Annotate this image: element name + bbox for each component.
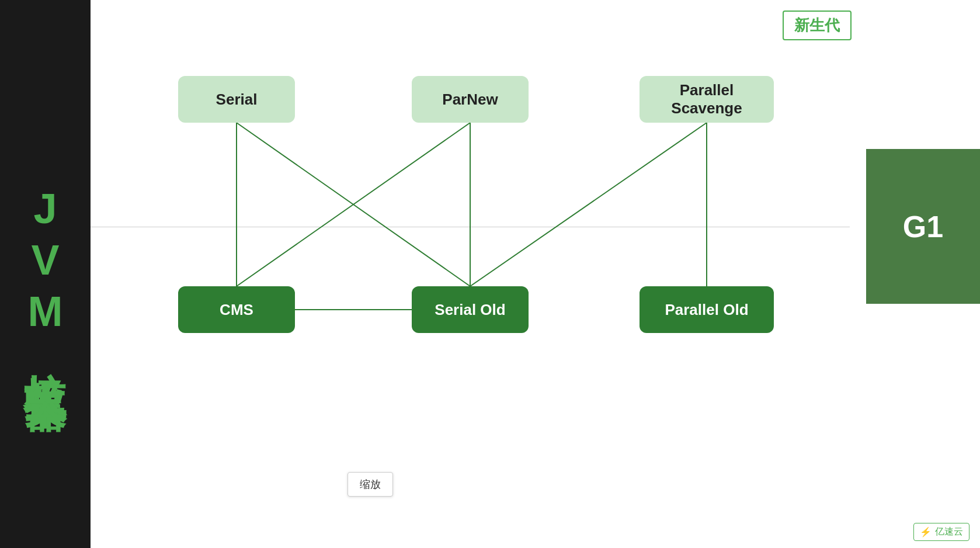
watermark: ⚡ 亿速云	[913, 523, 969, 541]
watermark-icon: ⚡	[920, 526, 932, 537]
serial-old-node: Serial Old	[412, 286, 529, 333]
svg-line-4	[470, 123, 707, 286]
cms-node: CMS	[178, 286, 295, 333]
parnew-node: ParNew	[412, 76, 529, 123]
parallel-scavenge-node: Parallel Scavenge	[640, 76, 774, 123]
g1-panel: G1	[866, 149, 980, 304]
svg-line-2	[237, 123, 470, 286]
watermark-text: 亿速云	[935, 526, 963, 538]
gc-diagram: Serial ParNew Parallel Scavenge CMS Seri…	[126, 58, 838, 386]
sidebar: JVM垃圾收集器	[0, 0, 91, 548]
sidebar-title: JVM垃圾收集器	[25, 185, 67, 363]
g1-label: G1	[903, 209, 943, 244]
main-content: 新生代 G1 Serial ParNew	[91, 0, 980, 548]
zoom-button[interactable]: 缩放	[347, 472, 393, 497]
svg-line-1	[237, 123, 470, 286]
serial-node: Serial	[178, 76, 295, 123]
parallel-old-node: Parallel Old	[640, 286, 774, 333]
new-generation-label: 新生代	[783, 11, 852, 40]
